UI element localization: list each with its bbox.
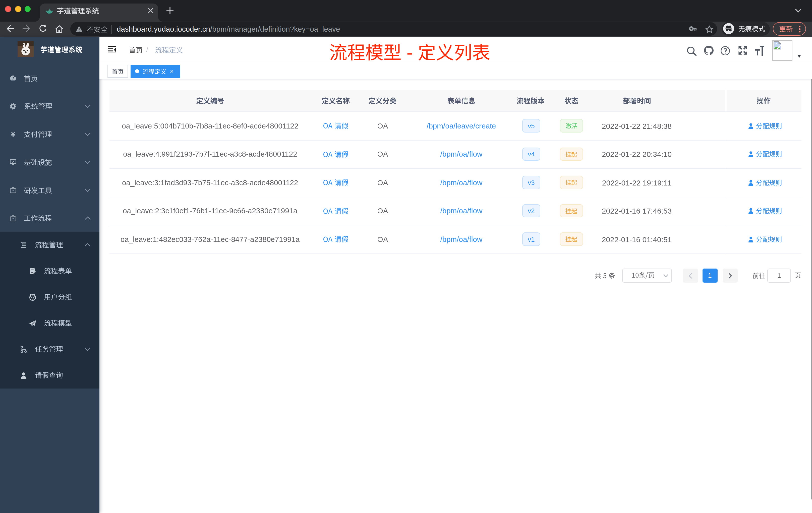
svg-text:¥: ¥: [11, 131, 15, 138]
